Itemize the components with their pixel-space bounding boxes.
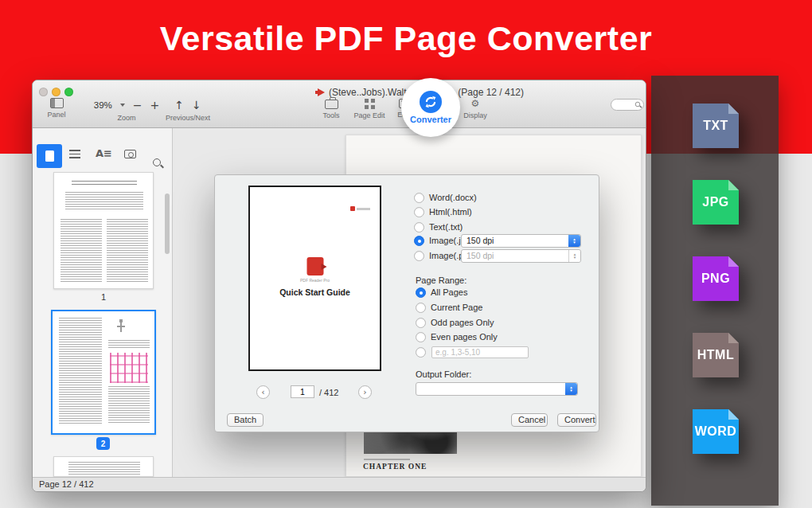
tab-thumbnails[interactable] bbox=[37, 144, 62, 168]
banner-title: Versatile PDF Page Converter bbox=[0, 19, 812, 58]
range-option-even[interactable]: Even pages Only bbox=[416, 330, 498, 343]
page-icon bbox=[45, 150, 54, 162]
stepper-icon: ▲▼ bbox=[568, 250, 580, 262]
zoom-value[interactable]: 39% bbox=[94, 100, 112, 110]
radio-icon[interactable] bbox=[414, 193, 424, 203]
sync-arrows-icon bbox=[420, 91, 442, 113]
pdf-logo-badge bbox=[350, 206, 370, 211]
screenshot-root: Versatile PDF Page Converter TXT JPG PNG… bbox=[0, 0, 812, 508]
converter-dialog: PDF Reader Pro Quick Start Guide ‹ / 412… bbox=[214, 174, 599, 432]
convert-button[interactable]: Convert bbox=[557, 413, 596, 427]
format-option-text[interactable]: Text(.txt) bbox=[414, 221, 463, 233]
thumbnail-page-3[interactable] bbox=[53, 456, 154, 477]
format-option-word[interactable]: Word(.docx) bbox=[414, 191, 477, 204]
pager-next-button[interactable]: › bbox=[358, 385, 372, 399]
tools-button[interactable]: Tools bbox=[313, 98, 349, 119]
previous-page-button[interactable]: ↑ bbox=[174, 99, 184, 111]
tab-outline[interactable] bbox=[69, 150, 80, 158]
search-icon bbox=[635, 102, 640, 107]
toolbox-icon bbox=[325, 100, 338, 109]
thumbnail-2-number: 2 bbox=[96, 437, 110, 450]
chapter-heading: CHAPTER ONE bbox=[363, 463, 427, 471]
range-option-custom[interactable] bbox=[416, 346, 426, 358]
badge-png: PNG bbox=[693, 256, 739, 301]
radio-icon[interactable] bbox=[414, 251, 424, 261]
search-input[interactable] bbox=[611, 99, 644, 111]
document-icon bbox=[318, 88, 325, 96]
grid-icon bbox=[365, 99, 375, 109]
radio-icon[interactable] bbox=[416, 318, 426, 328]
format-badge-panel: TXT JPG PNG HTML WORD bbox=[651, 76, 779, 506]
jpg-dpi-select[interactable]: 150 dpi ▲▼ bbox=[461, 234, 581, 248]
zoom-window-button[interactable] bbox=[64, 88, 73, 96]
radio-icon[interactable] bbox=[416, 347, 426, 358]
badge-txt-label: TXT bbox=[703, 119, 728, 133]
badge-word: WORD bbox=[693, 409, 739, 454]
stepper-icon[interactable]: ▲▼ bbox=[568, 235, 580, 247]
badge-jpg-label: JPG bbox=[702, 195, 729, 209]
range-option-all[interactable]: All Pages bbox=[416, 286, 467, 299]
minimize-button[interactable] bbox=[52, 88, 61, 96]
page-range-label: Page Range: bbox=[416, 275, 467, 285]
prev-next-controls: ↑ ↓ Previous/Next bbox=[152, 98, 224, 122]
chevron-down-icon[interactable] bbox=[120, 104, 125, 109]
pdf-logo-icon bbox=[350, 206, 355, 211]
thumbnail-page-1[interactable] bbox=[53, 172, 154, 289]
range-option-odd[interactable]: Odd pages Only bbox=[416, 316, 494, 329]
batch-button[interactable]: Batch bbox=[227, 413, 264, 427]
radio-icon[interactable] bbox=[416, 332, 426, 342]
radio-icon[interactable] bbox=[414, 222, 424, 233]
radio-selected-icon[interactable] bbox=[416, 287, 426, 298]
radio-selected-icon[interactable] bbox=[414, 236, 424, 246]
badge-word-label: WORD bbox=[695, 424, 737, 439]
page-fold-icon bbox=[728, 256, 739, 267]
page-fold-icon bbox=[728, 180, 739, 190]
preview-page: PDF Reader Pro Quick Start Guide bbox=[248, 186, 381, 371]
figure-icon bbox=[110, 353, 148, 383]
thumbnail-sidebar: A≡ 1 2 bbox=[33, 128, 173, 477]
page-edit-button[interactable]: Page Edit bbox=[349, 98, 389, 119]
pager-page-input[interactable] bbox=[291, 385, 314, 398]
photo-caption bbox=[364, 459, 410, 460]
converter-button[interactable]: Converter bbox=[401, 78, 460, 137]
output-folder-select[interactable]: ▲▼ bbox=[416, 382, 578, 396]
converter-label: Converter bbox=[410, 115, 451, 124]
tab-search[interactable] bbox=[153, 158, 161, 166]
close-button[interactable] bbox=[39, 88, 48, 96]
badge-jpg: JPG bbox=[693, 180, 739, 225]
window-content: A≡ 1 2 bbox=[33, 128, 646, 477]
next-page-button[interactable]: ↓ bbox=[192, 99, 201, 111]
thumbnail-page-2[interactable] bbox=[51, 310, 156, 435]
cancel-button[interactable]: Cancel bbox=[511, 413, 548, 427]
zoom-out-button[interactable]: − bbox=[133, 100, 142, 111]
preview-title: Quick Start Guide bbox=[250, 287, 380, 297]
png-dpi-select: 150 dpi ▲▼ bbox=[461, 249, 581, 263]
pager-previous-button[interactable]: ‹ bbox=[256, 385, 270, 399]
radio-icon[interactable] bbox=[414, 207, 424, 217]
panel-icon bbox=[50, 98, 64, 108]
tab-annotations[interactable]: A≡ bbox=[96, 147, 112, 159]
badge-txt: TXT bbox=[693, 104, 739, 148]
page-fold-icon bbox=[728, 333, 739, 343]
output-folder-label: Output Folder: bbox=[416, 369, 471, 379]
custom-range-input[interactable] bbox=[431, 346, 529, 358]
badge-html-label: HTML bbox=[697, 348, 734, 362]
badge-png-label: PNG bbox=[701, 272, 730, 286]
page-fold-icon bbox=[728, 104, 739, 114]
titlebar: (Steve..Jobs).Walter.Isaacson (Page 12 /… bbox=[33, 80, 646, 128]
tab-snapshot[interactable] bbox=[124, 150, 136, 158]
thumbnail-1-number: 1 bbox=[53, 292, 154, 302]
stepper-icon[interactable]: ▲▼ bbox=[565, 383, 577, 395]
panel-button[interactable]: Panel bbox=[39, 98, 74, 119]
status-bar: Page 12 / 412 bbox=[33, 477, 646, 491]
app-window: (Steve..Jobs).Walter.Isaacson (Page 12 /… bbox=[32, 80, 646, 492]
thumbnail-scrollbar[interactable] bbox=[165, 193, 170, 254]
preview-logo-caption: PDF Reader Pro bbox=[250, 278, 380, 283]
badge-html: HTML bbox=[693, 333, 739, 377]
page-fold-icon bbox=[728, 409, 739, 420]
pager-total: / 412 bbox=[319, 388, 338, 397]
figure-icon bbox=[115, 319, 135, 337]
format-option-html[interactable]: Html(.html) bbox=[414, 205, 472, 218]
radio-icon[interactable] bbox=[416, 303, 426, 313]
range-option-current[interactable]: Current Page bbox=[416, 301, 482, 314]
